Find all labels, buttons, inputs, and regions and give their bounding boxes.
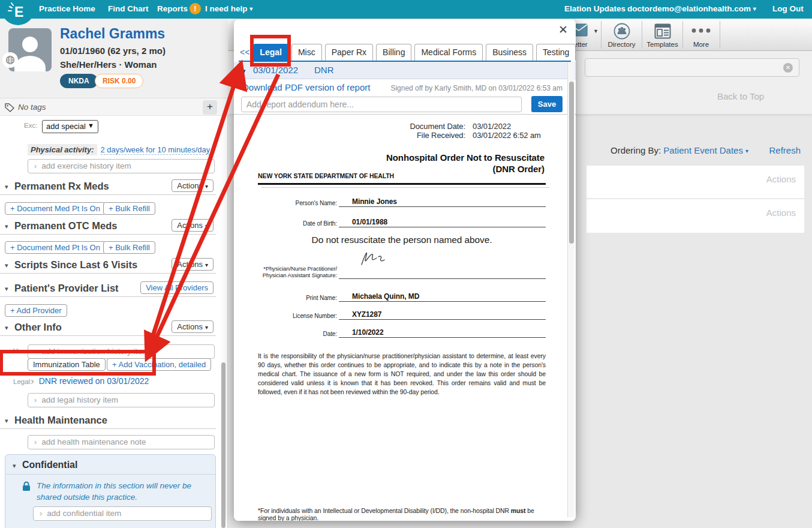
top-navigation-bar: Practice Home Find Chart Reports ▾ ! I n… <box>0 0 812 19</box>
otc-actions-button[interactable]: Actions▾ <box>172 219 213 232</box>
sidebar-scrollbar[interactable] <box>221 362 225 528</box>
tabs-scroll-left-button[interactable]: << <box>240 47 249 57</box>
license-field: License Number: XYZ1287 <box>258 310 546 320</box>
legal-dnr-link[interactable]: ›DNR reviewed on 03/01/2022 <box>31 376 149 386</box>
patient-identity: She/Her/Hers · Woman <box>60 59 157 70</box>
save-button[interactable]: Save <box>531 96 563 112</box>
chevron-right-icon: › <box>34 161 37 170</box>
section-title-provider-list: Patient's Provider List <box>14 283 119 294</box>
collapse-caret-icon[interactable]: ▾ <box>5 324 8 332</box>
chevron-right-icon: › <box>40 509 42 518</box>
tab-testing[interactable]: Testing <box>536 44 576 61</box>
more-button[interactable]: More <box>684 19 718 51</box>
physical-activity-value[interactable]: 2 days/week for 10 minutes/day <box>101 145 210 155</box>
nav-log-out[interactable]: Log Out <box>772 4 804 13</box>
back-to-top-button[interactable]: Back to Top <box>717 91 764 101</box>
chart-search-input[interactable] <box>585 58 799 77</box>
nav-need-help-menu[interactable]: I need help ▾ <box>205 4 252 13</box>
signed-off-text: Signed off by Karly Smith, MD on 03/01/2… <box>390 84 563 92</box>
chevron-down-icon: ▾ <box>205 183 208 190</box>
bulk-refill-button[interactable]: + Bulk Refill <box>103 202 155 215</box>
tab-medical-forms[interactable]: Medical Forms <box>414 44 483 61</box>
collapse-caret-icon[interactable]: ▾ <box>5 183 8 191</box>
addendum-input[interactable] <box>241 97 522 112</box>
signature-field: *Physician/Nurse Practitioner/Physician … <box>258 263 546 279</box>
download-pdf-link[interactable]: Download PDF version of report <box>242 82 370 92</box>
nav-find-chart[interactable]: Find Chart <box>108 4 149 13</box>
section-title-rx-meds: Permanent Rx Meds <box>14 181 109 192</box>
no-tags-label: No tags <box>18 103 46 112</box>
templates-button[interactable]: Templates <box>643 19 682 51</box>
collapse-caret-icon[interactable]: ▾ <box>5 223 8 230</box>
report-date: 03/01/2022 <box>253 65 298 75</box>
add-confidential-field[interactable]: ›add confidential item <box>33 506 212 521</box>
section-title-other-info: Other Info <box>14 322 62 333</box>
risk-badge: RISK 0.00 <box>95 74 143 88</box>
refresh-button[interactable]: Refresh <box>769 145 801 155</box>
collapse-caret-icon[interactable]: ▾ <box>5 417 8 425</box>
signature-icon <box>357 249 396 267</box>
collapse-caret-icon[interactable]: ▾ <box>5 285 8 293</box>
event-row: Actions <box>587 166 804 199</box>
add-immunization-field[interactable]: ›add immunization history item <box>28 344 215 359</box>
add-legal-history-field[interactable]: ›add legal history item <box>28 393 215 407</box>
tab-paper-rx[interactable]: Paper Rx <box>325 44 373 61</box>
exercise-special-select[interactable]: add special▼ <box>42 120 98 133</box>
add-health-maintenance-field[interactable]: ›add health maintenance note <box>28 435 215 449</box>
collapse-caret-icon[interactable]: ▾ <box>5 262 8 269</box>
other-info-actions-button[interactable]: Actions▾ <box>172 320 213 333</box>
tab-billing[interactable]: Billing <box>376 44 411 61</box>
confidential-panel: ▾ Confidential The information in this s… <box>5 454 216 528</box>
view-all-providers-button[interactable]: View All Providers <box>140 281 213 294</box>
scripts-actions-button[interactable]: Actions▾ <box>172 258 213 271</box>
tab-misc[interactable]: Misc <box>291 44 322 61</box>
print-name-field: Print Name: Michaela Quinn, MD <box>258 292 546 302</box>
row-actions-button[interactable]: Actions <box>766 174 796 184</box>
row-actions-button[interactable]: Actions <box>766 208 796 218</box>
document-title: Nonhospital Order Not to Resuscitate(DNR… <box>386 152 545 175</box>
nav-reports-menu[interactable]: Reports ▾ <box>157 4 193 13</box>
tab-business[interactable]: Business <box>486 44 533 61</box>
collapse-caret-icon[interactable]: ▾ <box>13 462 16 470</box>
directory-button[interactable]: Directory <box>602 19 641 51</box>
confidential-notice: The information in this section will nev… <box>37 480 199 503</box>
allergy-badge: NKDA <box>60 74 98 88</box>
close-icon[interactable]: ✕ <box>558 23 568 37</box>
add-provider-button[interactable]: + Add Provider <box>5 304 67 317</box>
collapse-caret-icon[interactable]: ▾ <box>242 67 246 75</box>
date-field: Date: 1/10/2022 <box>258 328 546 338</box>
document-med-button-otc[interactable]: + Document Med Pt Is On <box>5 241 106 254</box>
chevron-down-icon: ▾ <box>249 5 252 12</box>
reports-modal: ✕ << Legal Misc Paper Rx Billing Medical… <box>234 19 576 521</box>
add-exercise-history-field[interactable]: ›add exercise history item <box>28 159 215 173</box>
svg-text:E: E <box>14 4 23 20</box>
nav-account-menu[interactable]: doctordemo@elationhealth.com ▾ <box>627 4 756 13</box>
addendum-row: Save <box>234 96 576 114</box>
rx-actions-button[interactable]: Actions▾ <box>172 179 213 192</box>
clear-search-icon[interactable]: ✕ <box>783 63 793 73</box>
tab-legal[interactable]: Legal <box>253 44 288 61</box>
lock-icon <box>22 481 31 491</box>
document-scrollbar-thumb[interactable] <box>569 82 574 244</box>
add-vaccination-button[interactable]: + Add Vaccination, detailed <box>107 358 211 371</box>
file-received-label: File Received: <box>395 131 465 140</box>
report-tabs: << Legal Misc Paper Rx Billing Medical F… <box>239 43 571 62</box>
document-scrollbar[interactable] <box>567 62 575 517</box>
report-item-header[interactable]: ▾ 03/01/2022 DNR <box>234 62 576 79</box>
chevron-down-icon: ▾ <box>745 148 748 154</box>
nav-practice-home[interactable]: Practice Home <box>39 4 95 13</box>
tags-row: No tags + <box>0 98 228 116</box>
ordering-dropdown[interactable]: Patient Event Dates ▾ <box>663 145 748 155</box>
chevron-right-icon: › <box>34 347 37 356</box>
document-viewer: Document Date:03/01/2022 File Received:0… <box>234 114 576 521</box>
nav-elation-updates[interactable]: Elation Updates <box>564 4 625 13</box>
add-tag-button[interactable]: + <box>203 100 217 115</box>
templates-icon <box>654 23 671 39</box>
patient-name: Rachel Gramms <box>60 26 165 42</box>
tag-icon <box>5 103 14 112</box>
chevron-down-icon: ▼ <box>593 28 599 34</box>
bulk-refill-button-otc[interactable]: + Bulk Refill <box>103 241 155 254</box>
immunization-table-button[interactable]: Immunization Table <box>28 358 106 371</box>
document-med-button[interactable]: + Document Med Pt Is On <box>5 202 106 215</box>
physical-activity-label: Physical activity: <box>28 144 97 155</box>
